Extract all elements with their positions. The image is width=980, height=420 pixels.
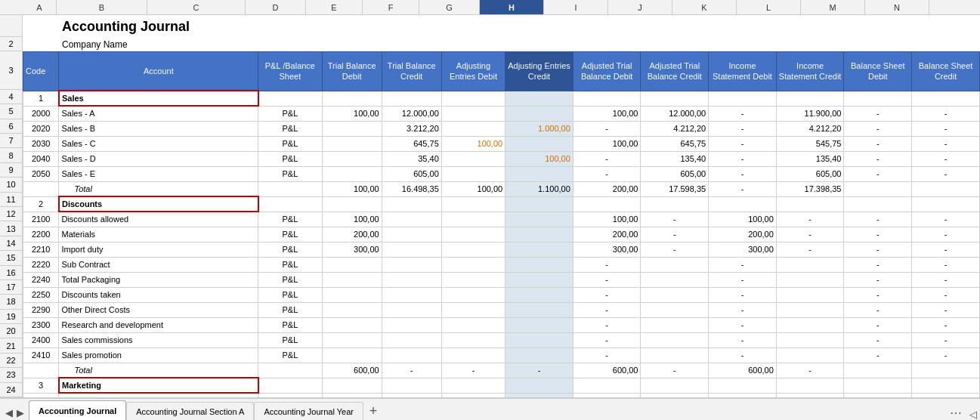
bsc-2100: - (912, 212, 980, 227)
adjd-2300 (441, 317, 505, 332)
bsc-2410: - (912, 347, 980, 363)
group-discounts-label: Discounts (59, 196, 258, 212)
isc-2220 (776, 257, 844, 272)
col-header-i: I (544, 0, 608, 14)
account-2200: Materials (59, 227, 258, 242)
tab-nav-right[interactable]: ▶ (15, 407, 26, 418)
adjd-2200 (441, 227, 505, 242)
atbd-2050: - (573, 166, 641, 181)
group-marketing-g (441, 378, 505, 393)
dots-icon[interactable]: ⋯ (950, 406, 963, 420)
row-num-3: 3 (0, 51, 22, 89)
adjc-2000 (505, 106, 573, 121)
row-num-24: 24 (0, 383, 22, 397)
row-2250: 2250 Discounts taken P&L - - - - (23, 287, 980, 302)
tbc-2030: 645,75 (382, 136, 441, 151)
adjd-2240 (441, 272, 505, 287)
title-row: Accounting Journal (23, 15, 980, 38)
isc-2410 (776, 347, 844, 363)
code-2410: 2410 (23, 347, 59, 363)
col-header-g: G (419, 0, 480, 14)
bsd-2030: - (844, 136, 912, 151)
add-sheet-button[interactable]: + (363, 402, 383, 420)
tab-more-options[interactable]: ⋯ (950, 406, 969, 420)
atbc-2200: - (641, 227, 709, 242)
group-sales-n (912, 91, 980, 106)
tbc-2250 (382, 287, 441, 302)
bsd-2410: - (844, 347, 912, 363)
horizontal-scrollbar[interactable]: ◁ (969, 409, 980, 420)
pl-2400: P&L (258, 332, 322, 347)
col-header-f: F (363, 0, 419, 14)
tab-accounting-journal-year[interactable]: Accounting Journal Year (254, 402, 363, 420)
isc-2050: 605,00 (776, 166, 844, 181)
group-marketing-n (912, 378, 980, 393)
pl-2290: P&L (258, 302, 322, 317)
isc-2040: 135,40 (776, 151, 844, 166)
row-2200: 2200 Materials P&L 200,00 200,00 - 200,0… (23, 227, 980, 242)
adjd-2000 (441, 106, 505, 121)
isc-2290 (776, 302, 844, 317)
row-num-12: 12 (0, 207, 22, 221)
tab-accounting-journal[interactable]: Accounting Journal (29, 400, 126, 420)
group-discounts-i (573, 196, 641, 212)
row-num-2: 2 (0, 37, 22, 51)
total-disc-atbc: - (641, 363, 709, 378)
adjc-2250 (505, 287, 573, 302)
tab-nav-left[interactable]: ◀ (4, 407, 14, 418)
row-num-6: 6 (0, 119, 22, 134)
bsd-2400: - (844, 332, 912, 347)
row-num-4: 4 (0, 90, 22, 104)
col-header-m: M (801, 0, 865, 14)
pl-2100: P&L (258, 212, 322, 227)
tbd-2220 (322, 257, 382, 272)
tbc-2050: 605,00 (382, 166, 441, 181)
scroll-left-icon[interactable]: ◁ (969, 409, 977, 420)
tab-accounting-journal-section-a[interactable]: Accounting Journal Section A (126, 402, 254, 420)
group-marketing-j (641, 378, 709, 393)
group-sales-k (709, 91, 777, 106)
account-sales-a: Sales - A (59, 106, 258, 121)
adjd-2100 (441, 212, 505, 227)
adjc-2200 (505, 227, 573, 242)
pl-2200: P&L (258, 227, 322, 242)
total-sales-atbd: 200,00 (573, 181, 641, 196)
adjc-2100 (505, 212, 573, 227)
col-header-d: D (246, 0, 306, 14)
row-sales-a: 2000 Sales - A P&L 100,00 12.000,00 100,… (23, 106, 980, 121)
atbd-2100: 100,00 (573, 212, 641, 227)
atbd-2200: 200,00 (573, 227, 641, 242)
spreadsheet: A B C D E F G H I J K L M N 2 3 4 5 6 7 … (0, 0, 980, 420)
bsc-2030: - (912, 136, 980, 151)
atbd-2220: - (573, 257, 641, 272)
total-sales-atbc: 17.598,35 (641, 181, 709, 196)
header-bs-debit: Balance Sheet Debit (844, 51, 912, 91)
row-num-23: 23 (0, 368, 22, 382)
tbc-2020: 3.212,20 (382, 121, 441, 136)
tab-navigation[interactable]: ◀ ▶ (4, 407, 26, 418)
group-marketing-l (776, 378, 844, 393)
tbd-2240 (322, 272, 382, 287)
tbd-2400 (322, 332, 382, 347)
atbd-2210: 300,00 (573, 242, 641, 257)
group-sales-e (322, 91, 382, 106)
account-2240: Total Packaging (59, 272, 258, 287)
header-tb-credit: Trial Balance Credit (382, 51, 441, 91)
row-2220: 2220 Sub Contract P&L - - - - (23, 257, 980, 272)
pl-2020: P&L (258, 121, 322, 136)
pl-2240: P&L (258, 272, 322, 287)
total-sales-a (23, 181, 59, 196)
row-sales-b: 2020 Sales - B P&L 3.212,20 1.000,00 - 4… (23, 121, 980, 136)
isd-2400: - (709, 332, 777, 347)
group-discounts-g (441, 196, 505, 212)
total-disc-a (23, 363, 59, 378)
row-num-1 (0, 15, 22, 37)
total-sales-tbd: 100,00 (322, 181, 382, 196)
row-num-17: 17 (0, 280, 22, 295)
total-sales-bsc (912, 181, 980, 196)
isc-2300 (776, 317, 844, 332)
total-disc-label: Total (59, 363, 258, 378)
header-pl-balance: P&L /Balance Sheet (258, 51, 322, 91)
total-disc-atbd: 600,00 (573, 363, 641, 378)
isd-2000: - (709, 106, 777, 121)
